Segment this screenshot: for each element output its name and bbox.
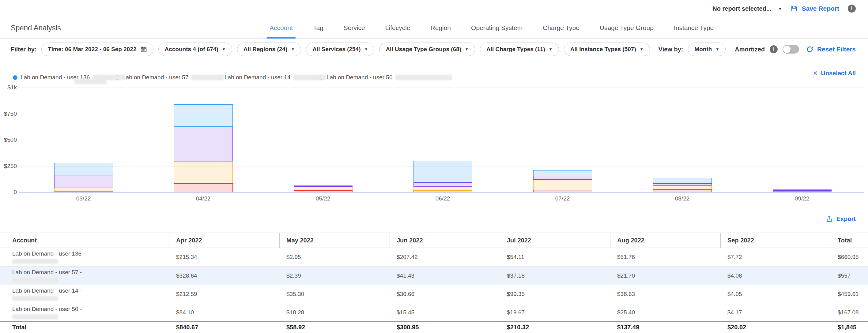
info-icon[interactable]: i <box>848 5 856 12</box>
tab-bar: AccountTagServiceLifecycleRegionOperatin… <box>270 17 714 39</box>
value-cell: $212.59 <box>169 285 280 303</box>
tab-operating-system[interactable]: Operating System <box>471 17 523 39</box>
filter-pill-label: Time: 06 Mar 2022 - 06 Sep 2022 <box>48 46 136 53</box>
value-cell: $167.08 <box>831 303 868 321</box>
account-cell[interactable]: Lab on Demand - user 136 - <box>0 248 87 266</box>
tab-instance-type[interactable]: Instance Type <box>674 17 714 39</box>
x-axis-tick: 08/22 <box>658 195 707 202</box>
redacted-text <box>12 259 58 264</box>
save-icon <box>790 5 798 12</box>
tab-region[interactable]: Region <box>430 17 451 39</box>
bar-segment-lab-on-demand-user-14 <box>653 186 712 190</box>
reset-icon <box>806 45 813 53</box>
bar-08-22[interactable] <box>653 178 712 192</box>
amortized-info-icon[interactable]: i <box>770 45 778 53</box>
amortized-label: Amortized <box>735 46 765 53</box>
report-selector[interactable]: No report selected... ▼ <box>712 5 782 12</box>
x-axis-tick: 03/22 <box>59 195 108 202</box>
value-cell: $557 <box>831 267 868 285</box>
gutter-cell <box>87 303 169 321</box>
column-header-account[interactable]: Account <box>0 233 87 247</box>
redacted-text <box>12 277 58 282</box>
total-value-cell: $20.02 <box>721 322 831 333</box>
column-header-apr-2022[interactable]: Apr 2022 <box>169 233 280 247</box>
gutter-cell <box>87 285 169 303</box>
filter-pill-label: All Instance Types (507) <box>570 46 636 53</box>
filter-all-instance-types-507-[interactable]: All Instance Types (507)▼ <box>564 42 650 56</box>
tab-usage-type-group[interactable]: Usage Type Group <box>600 17 654 39</box>
bar-03-22[interactable] <box>54 163 113 192</box>
total-value-cell: $137.49 <box>611 322 721 333</box>
redacted-text <box>191 75 224 80</box>
value-cell: $84.10 <box>169 303 280 321</box>
filter-pill-label: All Services (254) <box>312 46 361 53</box>
top-bar: No report selected... ▼ Save Report i <box>0 0 868 17</box>
chart-legend: Lab on Demand - user 136Lab on Demand - … <box>0 60 868 87</box>
redacted-text <box>74 79 106 84</box>
amortized-toggle[interactable] <box>782 45 799 54</box>
gutter-cell <box>87 267 169 285</box>
chevron-down-icon: ▼ <box>365 47 368 52</box>
tab-account[interactable]: Account <box>270 17 293 39</box>
account-cell[interactable]: Lab on Demand - user 14 - <box>0 285 87 303</box>
table-row: Lab on Demand - user 57 -$328.64$2.39$41… <box>0 266 868 285</box>
total-value-cell: $300.95 <box>390 322 500 333</box>
filter-time-range[interactable]: Time: 06 Mar 2022 - 06 Sep 2022 <box>41 42 153 56</box>
tab-tag[interactable]: Tag <box>313 17 323 39</box>
bar-segment-lab-on-demand-user-57 <box>413 182 472 187</box>
reset-filters-button[interactable]: Reset Filters <box>806 45 856 53</box>
tab-lifecycle[interactable]: Lifecycle <box>385 17 410 39</box>
bar-04-22[interactable] <box>174 104 233 192</box>
bar-segment-lab-on-demand-user-136 <box>413 161 472 182</box>
filter-pill-label: Accounts 4 (of 674) <box>165 46 218 53</box>
view-by-select[interactable]: Month ▼ <box>688 42 725 56</box>
column-header-aug-2022[interactable]: Aug 2022 <box>610 233 721 247</box>
gridline <box>19 192 864 193</box>
bar-segment-lab-on-demand-user-57 <box>533 176 592 180</box>
bar-07-22[interactable] <box>533 170 592 192</box>
column-header-jul-2022[interactable]: Jul 2022 <box>500 233 611 247</box>
filter-all-regions-24-[interactable]: All Regions (24)▼ <box>237 42 301 56</box>
view-by-label: View by: <box>658 46 683 53</box>
table-row: Lab on Demand - user 136 -$215.34$2.95$2… <box>0 248 868 266</box>
filter-all-charge-types-11-[interactable]: All Charge Types (11)▼ <box>480 42 559 56</box>
legend-item-lab-on-demand-user-50[interactable]: Lab on Demand - user 50 <box>319 68 421 87</box>
redacted-text <box>395 75 452 80</box>
spend-table: AccountApr 2022May 2022Jun 2022Jul 2022A… <box>0 232 868 333</box>
column-header-total[interactable]: Total <box>831 233 868 247</box>
account-cell[interactable]: Lab on Demand - user 50 - <box>0 303 87 321</box>
bar-09-22[interactable] <box>773 190 832 192</box>
bar-segment-lab-on-demand-user-50 <box>653 190 712 192</box>
value-cell: $36.66 <box>390 285 500 303</box>
bar-segment-lab-on-demand-user-136 <box>54 163 113 175</box>
value-cell: $35.30 <box>280 285 390 303</box>
legend-item-lab-on-demand-user-136[interactable]: Lab on Demand - user 136 <box>13 68 115 87</box>
redacted-text <box>12 296 58 301</box>
table-row: Lab on Demand - user 50 -$84.10$18.28$15… <box>0 303 868 321</box>
bar-segment-lab-on-demand-user-136 <box>533 170 592 176</box>
tab-service[interactable]: Service <box>344 17 365 39</box>
column-header-sep-2022[interactable]: Sep 2022 <box>720 233 831 247</box>
export-button[interactable]: Export <box>826 215 856 223</box>
account-cell[interactable]: Lab on Demand - user 57 - <box>0 267 87 285</box>
save-report-button[interactable]: Save Report <box>790 5 839 12</box>
column-header-jun-2022[interactable]: Jun 2022 <box>390 233 500 247</box>
filter-pill-label: All Usage Type Groups (68) <box>385 46 461 53</box>
spend-stacked-bar-chart: $1k$750$500$250003/2204/2205/2206/2207/2… <box>0 87 868 208</box>
gridline <box>19 140 864 140</box>
tab-charge-type[interactable]: Charge Type <box>543 17 580 39</box>
legend-label: Lab on Demand - user 50 <box>327 74 392 81</box>
chevron-down-icon: ▼ <box>715 47 719 52</box>
legend-item-lab-on-demand-user-14[interactable]: Lab on Demand - user 14 <box>217 68 319 87</box>
save-report-label: Save Report <box>802 5 839 12</box>
filter-all-usage-type-groups-68-[interactable]: All Usage Type Groups (68)▼ <box>379 42 475 56</box>
value-cell: $7.72 <box>721 248 831 266</box>
filter-all-services-254-[interactable]: All Services (254)▼ <box>306 42 374 56</box>
legend-item-lab-on-demand-user-57[interactable]: Lab on Demand - user 57 <box>115 68 217 87</box>
filter-accounts-4-of-674-[interactable]: Accounts 4 (of 674)▼ <box>158 42 232 56</box>
bar-06-22[interactable] <box>413 161 472 192</box>
column-header-may-2022[interactable]: May 2022 <box>279 233 390 247</box>
unselect-all-button[interactable]: ✕ Unselect All <box>812 69 856 77</box>
value-cell: $51.76 <box>611 248 721 266</box>
bar-05-22[interactable] <box>294 186 352 192</box>
